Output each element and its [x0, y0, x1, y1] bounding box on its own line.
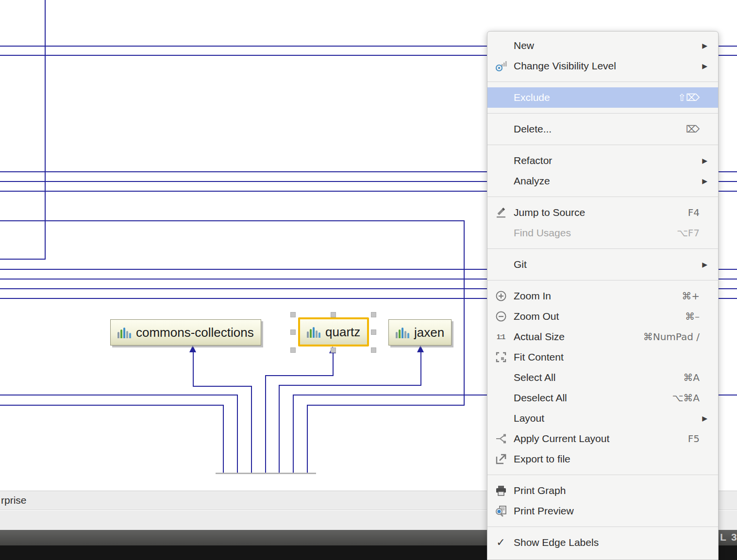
menu-item-label: Change Visibility Level — [514, 60, 616, 72]
status-fragment: 3 — [731, 531, 737, 543]
library-bars-icon — [396, 327, 409, 338]
menu-item-delete[interactable]: Delete...⌦ — [487, 119, 718, 139]
graph-edge — [0, 220, 464, 221]
menu-item-label: Apply Current Layout — [514, 433, 609, 445]
edge-arrowhead — [189, 346, 196, 352]
selection-handle[interactable] — [331, 347, 336, 353]
menu-separator — [487, 280, 718, 280]
graph-edge — [333, 352, 334, 376]
graph-edge — [307, 405, 308, 473]
menu-item-print-preview[interactable]: Print Preview — [487, 501, 718, 521]
graph-node-quartz[interactable]: quartz — [298, 317, 369, 346]
menu-item-shortcut: ⌘– — [685, 311, 700, 322]
menu-item-layout[interactable]: Layout▶ — [487, 408, 718, 428]
graph-node-commons-collections[interactable]: commons-collections — [110, 319, 261, 346]
graph-edge — [420, 351, 421, 386]
menu-item-apply-current-layout[interactable]: Apply Current LayoutF5 — [487, 428, 718, 449]
graph-edge — [0, 395, 238, 395]
menu-item-actual-size[interactable]: 1:1Actual Size⌘NumPad / — [487, 327, 718, 347]
menu-item-git[interactable]: Git▶ — [487, 254, 718, 275]
checkmark-icon: ✓ — [493, 536, 509, 549]
menu-item-zoom-in[interactable]: Zoom In⌘+ — [487, 286, 718, 306]
selection-handle[interactable] — [290, 347, 296, 353]
menu-separator — [487, 475, 718, 475]
menu-item-change-visibility-level[interactable]: Change Visibility Level▶ — [487, 56, 718, 76]
menu-item-zoom-out[interactable]: Zoom Out⌘– — [487, 306, 718, 327]
submenu-arrow-icon: ▶ — [702, 62, 707, 70]
menu-item-shortcut: ⌦ — [686, 123, 700, 135]
breadcrumb-text: rprise — [1, 494, 27, 506]
graph-edge — [193, 386, 252, 387]
graph-edge — [0, 259, 46, 260]
actual-size-icon: 1:1 — [493, 333, 509, 341]
submenu-arrow-icon: ▶ — [702, 177, 707, 185]
menu-item-label: Exclude — [514, 92, 550, 103]
graph-edge — [279, 385, 421, 386]
fit-content-icon — [493, 351, 509, 363]
node-label: commons-collections — [136, 325, 254, 340]
selection-handle[interactable] — [371, 347, 376, 353]
visibility-eye-icon — [493, 60, 509, 72]
edge-arrowhead — [417, 346, 424, 352]
graph-edge — [251, 386, 252, 473]
menu-item-shortcut: ⌥⌘A — [672, 392, 700, 404]
menu-item-label: Print Graph — [514, 485, 566, 496]
selection-handle[interactable] — [371, 329, 376, 335]
graph-edge — [293, 395, 294, 473]
zoom-out-icon — [493, 310, 509, 323]
menu-separator — [487, 527, 718, 527]
menu-separator — [487, 113, 718, 114]
graph-edge — [45, 0, 46, 260]
menu-item-jump-to-source[interactable]: Jump to SourceF4 — [487, 202, 718, 223]
graph-edge — [307, 405, 465, 406]
menu-item-shortcut: F5 — [688, 433, 700, 445]
menu-item-analyze[interactable]: Analyze▶ — [487, 171, 718, 191]
menu-item-fit-content[interactable]: Fit Content — [487, 347, 718, 367]
menu-item-print-graph[interactable]: Print Graph — [487, 480, 718, 501]
menu-item-label: Show Edge Labels — [514, 537, 599, 548]
menu-item-select-all[interactable]: Select All⌘A — [487, 367, 718, 388]
graph-edge — [279, 385, 280, 473]
pencil-icon — [493, 206, 509, 219]
menu-item-shortcut: ⌘NumPad / — [643, 331, 700, 343]
graph-edge — [464, 220, 465, 406]
menu-item-refactor[interactable]: Refactor▶ — [487, 150, 718, 171]
selection-handle[interactable] — [331, 312, 336, 317]
menu-item-shortcut: ⌘A — [683, 372, 700, 383]
menu-item-label: Zoom In — [514, 290, 551, 302]
menu-separator — [487, 145, 718, 145]
menu-item-export-to-file[interactable]: Export to file — [487, 449, 718, 469]
printer-icon — [493, 484, 509, 497]
menu-item-exclude[interactable]: Exclude⇧⌦ — [487, 87, 718, 108]
menu-item-find-usages[interactable]: Find Usages⌥F7 — [487, 223, 718, 243]
zoom-in-icon — [493, 290, 509, 302]
menu-item-show-edge-labels[interactable]: ✓Show Edge Labels — [487, 532, 718, 553]
menu-item-label: Zoom Out — [514, 311, 559, 322]
menu-separator — [487, 248, 718, 249]
menu-item-shortcut: ⌘+ — [682, 290, 700, 302]
menu-item-shortcut: ⌥F7 — [677, 227, 700, 239]
export-icon — [493, 453, 509, 465]
menu-item-new[interactable]: New▶ — [487, 35, 718, 56]
graph-edge — [193, 351, 194, 387]
selection-handle[interactable] — [290, 312, 296, 317]
edge-bus-line — [216, 473, 316, 474]
menu-item-label: Select All — [514, 372, 555, 383]
menu-separator — [487, 82, 718, 82]
menu-item-deselect-all[interactable]: Deselect All⌥⌘A — [487, 388, 718, 408]
node-label: quartz — [325, 325, 360, 340]
menu-item-label: Export to file — [514, 453, 570, 465]
menu-item-label: Fit Content — [514, 351, 564, 363]
status-fragment: L — [720, 531, 726, 543]
selection-handle[interactable] — [371, 312, 376, 317]
menu-item-label: Refactor — [514, 155, 552, 166]
graph-edge — [265, 375, 334, 376]
menu-item-label: New — [514, 40, 534, 51]
menu-item-label: Layout — [514, 412, 544, 424]
menu-item-label: Analyze — [514, 175, 550, 187]
apply-layout-icon — [493, 432, 509, 445]
selection-handle[interactable] — [290, 329, 296, 335]
graph-edge — [0, 405, 224, 406]
graph-node-jaxen[interactable]: jaxen — [388, 319, 452, 346]
menu-item-label: Delete... — [514, 123, 552, 135]
